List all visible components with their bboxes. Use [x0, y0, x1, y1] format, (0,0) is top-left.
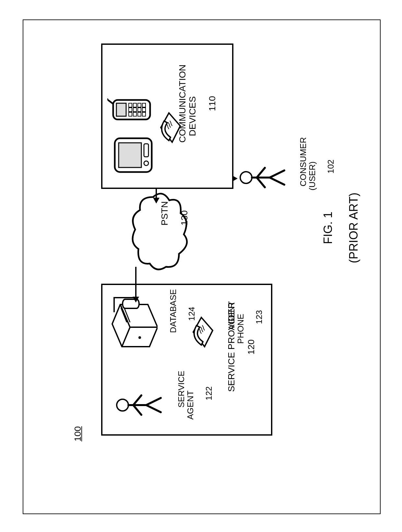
svg-rect-23: [133, 112, 136, 116]
figure-caption-line1: FIG. 1: [321, 212, 335, 244]
svg-rect-26: [138, 112, 141, 116]
person-icon: [115, 389, 164, 421]
svg-point-0: [117, 399, 128, 411]
svg-rect-22: [129, 103, 132, 107]
figure-ref: 100: [73, 426, 83, 441]
service-agent-label: SERVICE AGENT 122: [167, 379, 223, 431]
arrow-left-top: [113, 297, 115, 312]
computer-icon: [109, 298, 158, 353]
page-frame: 100 SERVICE AGENT 122: [23, 19, 381, 514]
comm-devices-box: COMMUNICATION DEVICES 110: [101, 43, 233, 189]
figure-caption-line2: (PRIOR ART): [347, 192, 360, 263]
svg-rect-30: [142, 108, 146, 112]
cloud-ref: 130: [179, 210, 189, 226]
arrow-right-head-l: [153, 198, 160, 204]
cloud-label: PSTN 130: [150, 220, 200, 246]
phone-icon: [187, 314, 216, 350]
svg-line-18: [108, 100, 113, 104]
svg-point-11: [240, 172, 252, 183]
service-provider-title: SERVICE PROVIDER 120: [217, 285, 266, 434]
cellphone-icon: [107, 97, 153, 123]
service-agent-text: SERVICE AGENT: [176, 371, 195, 420]
service-provider-ref: 120: [246, 340, 256, 355]
svg-point-3: [138, 336, 141, 339]
arrow-left-vline: [114, 297, 136, 298]
svg-point-14: [144, 161, 148, 166]
svg-rect-27: [138, 108, 141, 112]
svg-rect-13: [119, 143, 141, 167]
svg-rect-29: [142, 112, 146, 116]
comm-devices-text: COMMUNICATION DEVICES: [177, 65, 197, 143]
svg-rect-20: [129, 112, 132, 116]
svg-rect-17: [116, 103, 126, 116]
person-icon: [239, 161, 288, 194]
pda-icon: [112, 136, 154, 175]
svg-rect-28: [138, 103, 141, 107]
figure-caption: FIG. 1 (PRIOR ART): [309, 33, 373, 449]
svg-rect-24: [133, 108, 136, 112]
service-provider-box: SERVICE AGENT 122: [101, 284, 272, 436]
svg-rect-31: [142, 103, 146, 107]
comm-devices-ref: 110: [207, 96, 217, 111]
service-agent-ref: 122: [204, 386, 214, 400]
cloud-text: PSTN: [160, 201, 170, 226]
comm-devices-title: COMMUNICATION DEVICES 110: [168, 45, 228, 188]
svg-rect-21: [129, 108, 132, 112]
arrow-left-line: [135, 267, 136, 298]
svg-rect-15: [144, 144, 148, 157]
svg-rect-25: [133, 103, 136, 107]
service-provider-title-text: SERVICE PROVIDER: [226, 302, 236, 392]
diagram-canvas: 100 SERVICE AGENT 122: [69, 33, 335, 449]
database-text: DATABASE: [168, 289, 178, 333]
